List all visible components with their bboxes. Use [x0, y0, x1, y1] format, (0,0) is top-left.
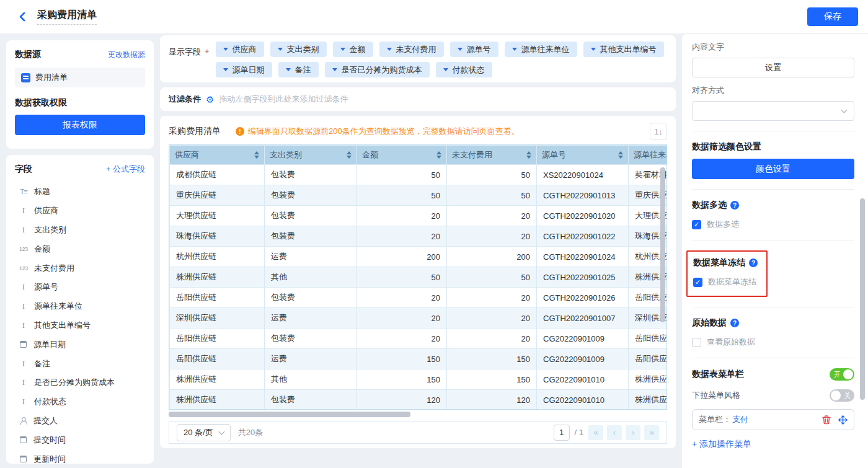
page-number-input[interactable]: 1	[554, 425, 570, 441]
report-permission-button[interactable]: 报表权限	[15, 115, 145, 135]
settings-panel-scrollbar[interactable]	[860, 198, 865, 400]
display-field-chip[interactable]: 金额	[333, 42, 373, 57]
field-item[interactable]: I支出类别	[15, 221, 145, 240]
display-field-chip[interactable]: 源单号	[450, 42, 498, 57]
divider	[692, 240, 854, 241]
field-label: 提交时间	[33, 435, 66, 446]
table-cell: 20	[357, 329, 447, 349]
sort-icon[interactable]	[618, 151, 623, 159]
field-item[interactable]: 源单日期	[15, 335, 145, 354]
table-row[interactable]: 成都供应链包装费5050XS20220901024荬霍材料	[170, 165, 668, 185]
column-header[interactable]: 支出类别	[265, 146, 357, 165]
field-item[interactable]: 提交时间	[15, 430, 145, 449]
field-item[interactable]: T≡标题	[15, 182, 145, 201]
display-field-chip[interactable]: 备注	[278, 62, 319, 77]
display-field-chip[interactable]: 付款状态	[436, 62, 492, 77]
table-row[interactable]: 岳阳供应链包装费2020CGTH20220901026岳阳供应链	[170, 288, 668, 308]
last-page-button[interactable]: »	[644, 425, 659, 440]
column-header[interactable]: 未支付费用	[447, 146, 537, 165]
warning-text: 编辑界面只取数据源前200条作为查询数据预览，完整数据请访问页面查看。	[248, 126, 520, 137]
table-row[interactable]: 株洲供应链其他5050CGTH20220901025株洲供应链	[170, 267, 668, 288]
table-row[interactable]: 珠海供应链包装费2020CGTH20220901022珠海供应链	[170, 226, 668, 247]
display-field-chip[interactable]: 是否已分摊为购货成本	[325, 62, 430, 77]
add-operation-menu-link[interactable]: + 添加操作菜单	[692, 439, 751, 450]
display-field-chip[interactable]: 供应商	[216, 42, 264, 57]
page-size-select[interactable]: 20 条/页	[177, 424, 231, 441]
field-item[interactable]: I供应商	[15, 201, 145, 221]
menu-freeze-checkbox[interactable]: ✓	[693, 278, 702, 287]
prev-page-button[interactable]: ‹	[607, 425, 622, 440]
field-item[interactable]: I是否已分摊为购货成本	[15, 373, 145, 392]
text-field-icon: I	[19, 359, 29, 369]
add-formula-field-link[interactable]: + 公式字段	[106, 164, 145, 175]
display-field-chip[interactable]: 其他支出单编号	[583, 42, 664, 57]
table-cell: 20	[357, 308, 447, 329]
sort-icon[interactable]	[436, 151, 441, 159]
field-item[interactable]: I源单号	[15, 278, 145, 297]
chip-label: 源单往来单位	[521, 44, 570, 55]
gear-icon[interactable]: ⚙	[206, 95, 214, 104]
field-item[interactable]: I付款状态	[15, 392, 145, 412]
field-item[interactable]: 提交人	[15, 412, 145, 431]
next-page-button[interactable]: ›	[626, 425, 640, 440]
field-item[interactable]: I其他支出单编号	[15, 316, 145, 335]
table-menubar-toggle[interactable]: 开	[830, 368, 854, 381]
field-item[interactable]: 123未支付费用	[15, 258, 145, 278]
display-field-chip[interactable]: 支出类别	[270, 42, 327, 57]
field-item[interactable]: 123金额	[15, 239, 145, 258]
table-row[interactable]: 岳阳供应链运费150150CG20220901009岳阳供应链	[170, 349, 668, 369]
menubar-item-value[interactable]: 支付	[732, 414, 748, 425]
chevron-down-icon	[286, 68, 291, 71]
raw-data-checkbox[interactable]	[692, 338, 701, 347]
menu-freeze-title: 数据菜单冻结	[693, 257, 745, 268]
change-datasource-link[interactable]: 更改数据源	[108, 50, 145, 60]
raw-data-title: 原始数据	[692, 317, 727, 329]
sort-icon[interactable]	[526, 151, 531, 159]
table-row[interactable]: 杭州供应链运费200200CGTH20220901024杭州供应链	[170, 247, 668, 267]
help-icon[interactable]: ?	[749, 258, 758, 267]
add-display-field-button[interactable]: +	[205, 46, 210, 76]
sort-icon[interactable]	[254, 151, 259, 159]
column-header[interactable]: 源单往来单位	[629, 146, 668, 165]
table-row[interactable]: 株洲供应链包装费120120CG20220901010株洲供应链	[170, 390, 668, 410]
first-page-button[interactable]: «	[588, 425, 603, 440]
dropdown-style-toggle[interactable]: 关	[830, 389, 854, 402]
help-icon[interactable]: ?	[730, 319, 739, 327]
column-header[interactable]: 金额	[357, 146, 447, 165]
field-item[interactable]: I备注	[15, 354, 145, 373]
content-text-settings-button[interactable]: 设置	[692, 58, 854, 77]
display-field-chip[interactable]: 源单往来单位	[505, 42, 577, 57]
help-icon[interactable]: ?	[730, 201, 739, 210]
multi-select-checkbox[interactable]: ✓	[692, 220, 701, 229]
display-field-chip[interactable]: 未支付费用	[379, 42, 444, 57]
save-button[interactable]: 保存	[807, 7, 858, 26]
sort-icon[interactable]	[347, 151, 352, 159]
table-row[interactable]: 大理供应链包装费2020CGTH20220901020大理供应链	[170, 206, 668, 226]
table-cell: 50	[357, 185, 447, 206]
table-cell: 20	[447, 226, 537, 247]
table-horizontal-scrollbar[interactable]	[169, 412, 410, 417]
move-icon[interactable]	[838, 415, 848, 425]
back-icon[interactable]	[16, 11, 29, 23]
table-row[interactable]: 深圳供应链运费2020CGTH20220901007深圳供应链	[170, 308, 668, 329]
selected-datasource[interactable]: 费用清单	[15, 68, 145, 87]
field-item[interactable]: I源单往来单位	[15, 297, 145, 316]
table-cell: 岳阳供应链	[170, 329, 265, 349]
color-settings-button[interactable]: 颜色设置	[692, 159, 854, 179]
page-title[interactable]: 采购费用清单	[37, 9, 97, 25]
table-row[interactable]: 株洲供应链其他150150CG20220901010株洲供应链	[170, 369, 668, 390]
table-row[interactable]: 重庆供应链包装费5050CGTH20220901013重庆供应链	[170, 185, 668, 206]
menubar-item[interactable]: 菜单栏： 支付	[692, 409, 854, 430]
number-field-icon: 123	[19, 265, 29, 272]
table-cell: XS20220901024	[537, 165, 629, 185]
column-header[interactable]: 供应商	[170, 146, 265, 165]
display-field-chip[interactable]: 源单日期	[216, 62, 272, 77]
align-select[interactable]	[692, 101, 854, 121]
table-row[interactable]: 岳阳供应链包装费2020CG20220901009岳阳供应链	[170, 329, 668, 349]
table-cell: 50	[447, 165, 537, 185]
field-item[interactable]: 更新时间	[15, 449, 145, 464]
trash-icon[interactable]	[822, 415, 831, 425]
column-header[interactable]: 源单号	[537, 146, 629, 165]
sort-tool-button[interactable]: 1↓	[650, 123, 667, 140]
table-vertical-scrollbar[interactable]	[660, 167, 665, 322]
